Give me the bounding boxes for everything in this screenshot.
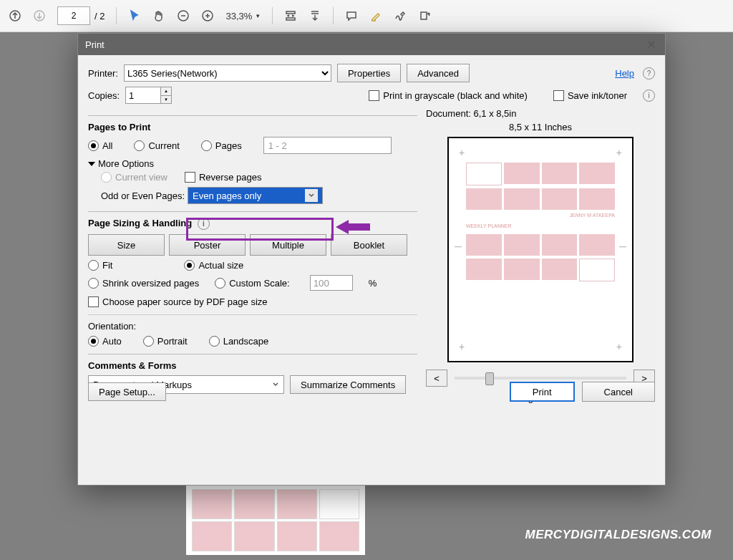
- fit-page-icon[interactable]: [304, 5, 326, 26]
- radio-shrink[interactable]: Shrink oversized pages: [88, 278, 199, 289]
- page-total: / 2: [94, 11, 105, 21]
- down-arrow-icon[interactable]: [29, 5, 50, 26]
- print-dialog: Print Printer: L365 Series(Network) Prop…: [77, 33, 666, 486]
- odd-even-label: Odd or Even Pages:: [101, 190, 185, 201]
- page-indicator: / 2: [57, 6, 105, 25]
- comments-heading: Comments & Forms: [88, 360, 417, 371]
- annotation-arrow: [336, 220, 370, 234]
- booklet-button[interactable]: Booklet: [331, 234, 407, 256]
- info-icon[interactable]: i: [643, 90, 655, 102]
- radio-fit[interactable]: Fit: [88, 260, 112, 271]
- grayscale-checkbox[interactable]: Print in grayscale (black and white): [369, 90, 528, 101]
- app-toolbar: / 2 33,3% ▼: [0, 0, 733, 32]
- help-icon[interactable]: ?: [643, 67, 655, 79]
- radio-orientation-landscape[interactable]: Landscape: [209, 336, 269, 347]
- odd-even-select[interactable]: Even pages only: [188, 187, 323, 204]
- page-setup-button[interactable]: Page Setup...: [88, 382, 166, 401]
- multiple-button[interactable]: Multiple: [250, 234, 326, 256]
- background-document: [186, 483, 365, 555]
- custom-scale-input[interactable]: [310, 275, 353, 291]
- radio-custom-scale[interactable]: Custom Scale:: [215, 278, 290, 289]
- paper-dimensions: 8,5 x 11 Inches: [426, 122, 655, 132]
- size-button[interactable]: Size: [88, 234, 165, 256]
- help-link[interactable]: Help: [615, 68, 634, 79]
- hand-tool-icon[interactable]: [148, 5, 170, 26]
- percent-label: %: [369, 278, 377, 289]
- copies-down[interactable]: ▼: [161, 96, 171, 104]
- copies-up[interactable]: ▲: [161, 87, 171, 96]
- radio-current[interactable]: Current: [134, 140, 179, 151]
- pages-to-print-heading: Pages to Print: [88, 122, 417, 132]
- printer-select[interactable]: L365 Series(Network): [124, 64, 331, 82]
- copies-input[interactable]: [126, 87, 160, 103]
- paper-source-checkbox[interactable]: Choose paper source by PDF page size: [88, 296, 268, 307]
- radio-pages[interactable]: Pages: [201, 140, 242, 151]
- info-icon[interactable]: i: [198, 218, 210, 230]
- reverse-pages-checkbox[interactable]: Reverse pages: [185, 172, 261, 183]
- sign-icon[interactable]: [389, 5, 411, 26]
- orientation-label: Orientation:: [88, 321, 417, 332]
- zoom-in-icon[interactable]: [197, 5, 218, 26]
- advanced-button[interactable]: Advanced: [407, 64, 470, 82]
- radio-orientation-portrait[interactable]: Portrait: [143, 336, 188, 347]
- radio-all[interactable]: All: [88, 140, 112, 151]
- printer-label: Printer:: [88, 68, 118, 79]
- poster-button[interactable]: Poster: [169, 234, 246, 256]
- properties-button[interactable]: Properties: [337, 64, 401, 82]
- print-button[interactable]: Print: [510, 382, 575, 402]
- print-preview: + + + + – – JENNY M ATKEEPA WEEKLY PLANN…: [447, 137, 634, 362]
- highlight-icon[interactable]: [365, 5, 387, 26]
- up-arrow-icon[interactable]: [4, 5, 26, 26]
- document-dimensions: Document: 6,1 x 8,5in: [426, 108, 655, 119]
- page-number-input[interactable]: [57, 6, 90, 25]
- cancel-button[interactable]: Cancel: [582, 382, 655, 402]
- pointer-tool-icon[interactable]: [124, 5, 145, 26]
- dialog-title: Print: [85, 39, 105, 50]
- close-icon[interactable]: [645, 38, 658, 51]
- zoom-out-icon[interactable]: [173, 5, 194, 26]
- comment-icon[interactable]: [341, 5, 362, 26]
- radio-current-view: Current view: [101, 172, 168, 183]
- more-options-toggle[interactable]: More Options: [88, 158, 417, 169]
- watermark: MERCYDIGITALDESIGNS.COM: [525, 528, 712, 542]
- radio-orientation-auto[interactable]: Auto: [88, 336, 122, 347]
- dialog-titlebar: Print: [78, 34, 665, 55]
- rotate-icon[interactable]: [414, 5, 435, 26]
- radio-actual-size[interactable]: Actual size: [184, 260, 243, 271]
- pages-range-input[interactable]: [263, 137, 392, 154]
- copies-stepper[interactable]: ▲▼: [125, 87, 172, 104]
- copies-label: Copies:: [88, 90, 120, 101]
- save-ink-checkbox[interactable]: Save ink/toner: [553, 90, 627, 101]
- zoom-dropdown[interactable]: 33,3% ▼: [221, 11, 265, 21]
- preview-slider[interactable]: [455, 377, 626, 380]
- fit-width-icon[interactable]: [280, 5, 301, 26]
